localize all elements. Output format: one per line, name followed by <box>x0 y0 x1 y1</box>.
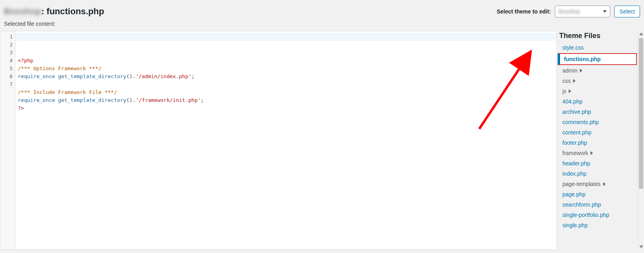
code-line[interactable]: require_once get_template_directory().'/… <box>18 96 554 104</box>
code-line[interactable]: require_once get_template_directory().'/… <box>18 73 554 80</box>
theme-file-item[interactable]: single.php <box>557 220 638 230</box>
folder-label: page-templates <box>562 181 601 187</box>
line-number: 2 <box>0 41 13 49</box>
theme-file-item[interactable]: footer.php <box>557 138 638 148</box>
scroll-down-icon[interactable] <box>639 245 643 248</box>
theme-file-item[interactable]: searchform.php <box>557 199 638 210</box>
line-number: 4 <box>0 57 13 65</box>
theme-folder-item[interactable]: css <box>557 76 638 86</box>
folder-label: css <box>562 78 571 84</box>
code-line[interactable]: /*** Options Framework ***/ <box>18 65 554 73</box>
folder-label: framework <box>562 150 588 156</box>
file-label: content.php <box>562 129 591 136</box>
line-number-gutter: 1234567 <box>0 31 15 249</box>
theme-folder-item[interactable]: admin <box>557 65 638 76</box>
theme-file-item[interactable]: functions.php <box>558 53 637 65</box>
theme-file-item[interactable]: page.php <box>557 189 638 199</box>
file-label: archive.php <box>562 109 591 115</box>
file-label: footer.php <box>562 140 587 146</box>
select-theme-label: Select theme to edit: <box>497 8 551 15</box>
code-line[interactable] <box>18 80 554 88</box>
file-label: index.php <box>562 171 587 177</box>
theme-select-value: Boxshop <box>558 8 580 15</box>
theme-file-item[interactable]: archive.php <box>557 107 638 117</box>
chevron-down-icon <box>603 10 607 13</box>
theme-file-item[interactable]: style.css <box>557 42 638 53</box>
line-number: 6 <box>0 73 13 80</box>
code-area[interactable]: <?php/*** Options Framework ***/require_… <box>15 31 556 249</box>
code-line[interactable]: /*** Include Framework File ***/ <box>18 88 554 96</box>
code-editor[interactable]: 1234567 <?php/*** Options Framework ***/… <box>0 31 557 250</box>
folder-expand-icon <box>569 89 571 93</box>
file-label: comments.php <box>562 119 599 125</box>
active-line-highlight <box>15 33 556 41</box>
theme-files-list[interactable]: style.cssfunctions.phpadmincssjs404.phpa… <box>557 42 638 250</box>
file-label: header.php <box>562 160 590 167</box>
sidebar-scrollbar[interactable] <box>638 31 644 250</box>
theme-file-item[interactable]: comments.php <box>557 117 638 127</box>
theme-name: Boxshop <box>4 6 41 16</box>
current-filename: functions.php <box>47 6 104 16</box>
select-button[interactable]: Select <box>614 6 640 17</box>
code-line[interactable]: <?php <box>18 57 554 65</box>
theme-folder-item[interactable]: framework <box>557 148 638 158</box>
folder-expand-icon <box>580 69 582 73</box>
line-number: 3 <box>0 49 13 57</box>
code-line[interactable]: ?> <box>18 104 554 112</box>
selected-file-content-label: Selected file content: <box>0 21 644 31</box>
line-number: 1 <box>0 33 13 41</box>
folder-expand-icon <box>573 79 575 83</box>
line-number: 5 <box>0 65 13 73</box>
theme-folder-item[interactable]: js <box>557 86 638 96</box>
file-label: style.css <box>562 44 584 51</box>
file-label: single.php <box>562 222 588 228</box>
folder-expand-icon <box>591 151 593 155</box>
theme-file-item[interactable]: single-portfolio.php <box>557 210 638 220</box>
file-label: functions.php <box>564 56 601 62</box>
folder-expand-icon <box>603 182 606 186</box>
file-label: searchform.php <box>562 201 601 208</box>
theme-folder-item[interactable]: page-templates <box>557 179 638 189</box>
scroll-up-icon[interactable] <box>639 33 643 35</box>
page-title: Boxshop: functions.php <box>4 6 104 17</box>
theme-select-dropdown[interactable]: Boxshop <box>555 6 610 17</box>
file-label: page.php <box>562 191 585 197</box>
scrollbar-thumb[interactable] <box>639 38 643 189</box>
theme-files-heading: Theme Files <box>557 31 638 42</box>
theme-file-item[interactable]: header.php <box>557 158 638 169</box>
theme-file-item[interactable]: content.php <box>557 127 638 138</box>
file-label: 404.php <box>562 98 583 105</box>
folder-label: js <box>562 88 566 94</box>
folder-label: admin <box>562 67 577 74</box>
theme-file-item[interactable]: index.php <box>557 169 638 179</box>
theme-file-item[interactable]: 404.php <box>557 96 638 107</box>
line-number: 7 <box>0 80 13 88</box>
file-label: single-portfolio.php <box>562 212 609 218</box>
